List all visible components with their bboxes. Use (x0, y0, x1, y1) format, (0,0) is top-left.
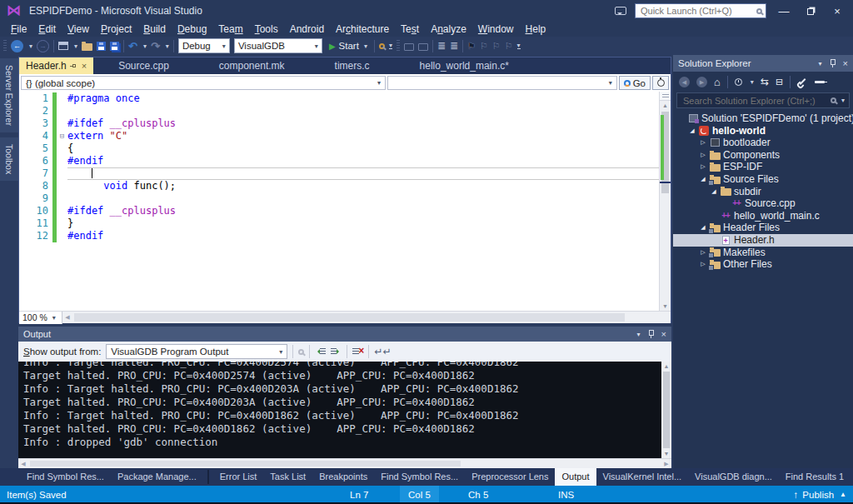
tree-item-header-files[interactable]: ◢Header Files (673, 222, 853, 234)
code-line-4[interactable]: 4⊟extern "C" (19, 130, 659, 142)
back-icon[interactable]: ◀ (679, 77, 690, 87)
redo-icon[interactable]: ↷ (151, 40, 160, 52)
outline-expand-icon[interactable]: ≣ (450, 40, 458, 52)
tree-item-hello-world-main-c[interactable]: ++hello_world_main.c (673, 210, 853, 222)
menu-item-view[interactable]: View (62, 23, 95, 35)
tool-tab-visualgdb-diagn[interactable]: VisualGDB diagn... (688, 468, 779, 486)
expander-icon[interactable]: ◢ (687, 125, 697, 137)
pending-changes-filter-icon[interactable] (735, 78, 742, 86)
solution-configurations-dropdown[interactable]: Debug▾ (178, 38, 230, 53)
close-button[interactable]: × (828, 5, 846, 17)
tree-item-components[interactable]: ▷Components (673, 149, 853, 162)
undo-icon[interactable]: ↶ (128, 40, 137, 52)
menu-item-project[interactable]: Project (95, 23, 137, 35)
scroll-down-icon[interactable]: ▼ (660, 302, 671, 311)
tree-item-other-files[interactable]: ▷Other Files (673, 258, 853, 271)
expander-icon[interactable]: ◢ (698, 173, 708, 186)
expander-icon[interactable]: ◢ (709, 186, 719, 198)
navigate-backward-button[interactable]: ← (11, 40, 23, 52)
menu-item-window[interactable]: Window (472, 23, 520, 35)
tree-item-subdir[interactable]: ◢subdir (673, 186, 853, 198)
solution-platforms-dropdown[interactable]: VisualGDB▾ (234, 38, 322, 53)
editor-vertical-scrollbar[interactable]: ▲ ▼ (659, 92, 671, 311)
scroll-down-icon[interactable]: ▼ (661, 449, 671, 458)
output-horizontal-scrollbar[interactable]: ◀ ▶ (18, 458, 671, 468)
search-options-icon[interactable]: ▾ (841, 97, 845, 104)
menu-item-architecture[interactable]: Architecture (330, 23, 395, 35)
previous-message-icon[interactable] (315, 347, 326, 356)
save-all-icon[interactable] (110, 42, 119, 51)
window-position-icon[interactable]: ▾ (819, 60, 822, 67)
editor-tab-hello-world-main-c[interactable]: hello_world_main.c* (395, 57, 534, 74)
member-dropdown[interactable]: ▾ (387, 76, 617, 90)
pin-icon[interactable] (830, 59, 836, 67)
tree-item-makefiles[interactable]: ▷Makefiles (673, 247, 853, 259)
code-line-11[interactable]: 11} (19, 217, 659, 230)
hscrollbar-thumb[interactable] (74, 313, 625, 322)
toolbar-overflow-icon[interactable]: ▾ (389, 42, 392, 49)
editor-tab-header-h[interactable]: Header.h× (19, 57, 93, 74)
expander-icon[interactable]: ▷ (698, 149, 708, 162)
tool-tab-output[interactable]: Output (555, 468, 596, 486)
tool-tab-find-symbol-res[interactable]: Find Symbol Res... (374, 468, 465, 486)
side-tab-server-explorer[interactable]: Server Explorer (0, 58, 18, 132)
code-line-8[interactable]: 8 void func(); (19, 180, 659, 192)
output-source-dropdown[interactable]: VisualGDB Program Output▾ (106, 344, 287, 359)
publish-button[interactable]: ↑ Publish ▲ (794, 486, 846, 504)
start-debugging-button[interactable]: ▶ Start▾ (327, 41, 370, 51)
menu-item-android[interactable]: Android (284, 23, 330, 35)
clear-all-icon[interactable] (352, 347, 363, 357)
code-line-6[interactable]: 6#endif (19, 155, 659, 167)
code-line-12[interactable]: 12#endif (19, 230, 659, 242)
split-handle[interactable] (660, 92, 671, 101)
tree-item-bootloader[interactable]: ▷bootloader (673, 137, 853, 149)
scrollbar-thumb[interactable] (30, 461, 461, 467)
new-project-dropdown-icon[interactable]: ▾ (74, 42, 77, 50)
side-tab-toolbox[interactable]: Toolbox (0, 137, 18, 181)
tool-tab-find-symbol-res[interactable]: Find Symbol Res... (20, 468, 111, 486)
toolbar-overflow-icon-2[interactable]: ▾ (517, 42, 521, 49)
close-icon[interactable]: × (843, 58, 848, 68)
screwdriver-icon[interactable] (815, 81, 825, 83)
navigate-backward-dropdown-icon[interactable]: ▾ (29, 42, 32, 50)
toggle-word-wrap-icon[interactable]: ↵↵ (374, 346, 391, 357)
outline-collapse-icon[interactable]: ≣ (437, 40, 446, 52)
expander-icon[interactable]: ◢ (698, 222, 708, 234)
menu-item-build[interactable]: Build (137, 23, 172, 35)
expander-icon[interactable]: ▷ (698, 247, 708, 259)
menu-item-test[interactable]: Test (395, 23, 425, 35)
home-icon[interactable]: ⌂ (714, 77, 721, 87)
editor-tab-timers-c[interactable]: timers.c (310, 57, 395, 74)
expander-icon[interactable]: ▷ (698, 258, 708, 271)
menu-item-debug[interactable]: Debug (172, 23, 212, 35)
quick-launch-box[interactable] (635, 3, 766, 18)
history-button[interactable] (652, 76, 669, 90)
scroll-left-icon[interactable]: ◀ (62, 314, 72, 321)
pin-icon[interactable] (648, 330, 654, 338)
find-in-files-icon[interactable] (379, 43, 385, 49)
menu-item-team[interactable]: Team (212, 23, 248, 35)
scope-dropdown[interactable]: {} (global scope)▾ (21, 76, 386, 90)
restore-button[interactable] (801, 5, 820, 17)
code-editor[interactable]: 1#pragma once23#ifdef __cplusplus4⊟exter… (19, 92, 659, 311)
zoom-dropdown[interactable]: 100 %▾ (19, 312, 62, 324)
tool-tab-task-list[interactable]: Task List (263, 468, 312, 486)
menu-item-edit[interactable]: Edit (32, 23, 62, 35)
menu-item-file[interactable]: File (5, 23, 32, 35)
code-line-3[interactable]: 3#ifdef __cplusplus (19, 117, 659, 130)
window-position-icon[interactable]: ▾ (637, 331, 641, 338)
redo-dropdown-icon[interactable]: ▾ (166, 42, 169, 50)
tree-item-source-cpp[interactable]: ++Source.cpp (673, 197, 853, 210)
wrench-icon[interactable] (800, 78, 806, 85)
close-icon[interactable]: × (661, 329, 666, 339)
output-console[interactable]: Info : Target halted. PRO_CPU: PC=0x400D… (18, 362, 661, 458)
scrollbar-thumb[interactable] (663, 372, 670, 448)
editor-tab-source-cpp[interactable]: Source.cpp (93, 57, 194, 74)
sync-active-document-icon[interactable]: ⇆ (761, 76, 769, 87)
toolbar-grip-2[interactable] (397, 40, 400, 52)
next-message-icon[interactable] (331, 347, 342, 356)
tool-tab-package-manage[interactable]: Package Manage... (111, 468, 203, 486)
tool-tab-find-results-1[interactable]: Find Results 1 (779, 468, 851, 486)
scroll-left-icon[interactable]: ◀ (18, 461, 28, 467)
menu-item-analyze[interactable]: Analyze (425, 23, 472, 35)
